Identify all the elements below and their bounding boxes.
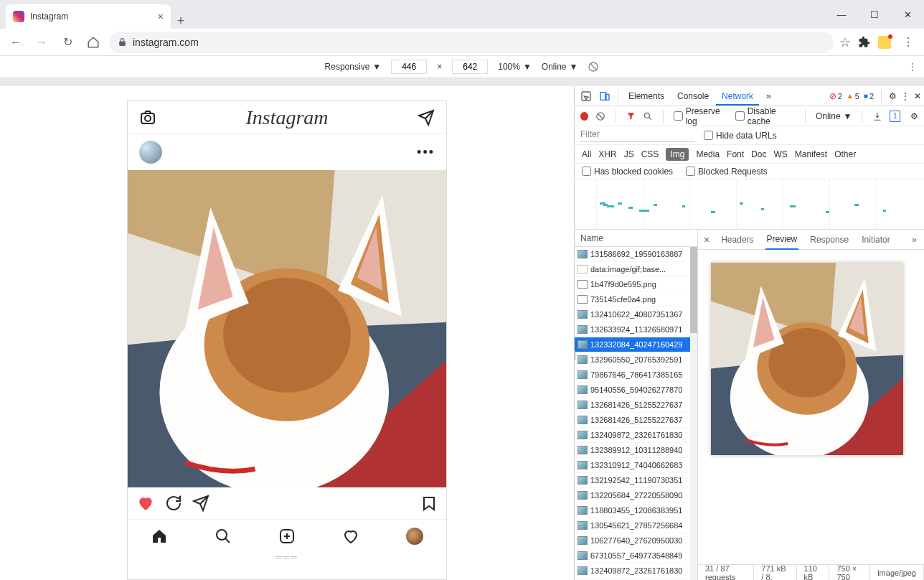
preserve-log-checkbox[interactable]: Preserve log [674, 106, 728, 126]
request-row[interactable]: 132409872_23261761830 [575, 563, 690, 579]
request-row[interactable]: 132192542_11190730351 [575, 473, 690, 488]
window-close-button[interactable]: ✕ [891, 0, 924, 29]
type-xhr[interactable]: XHR [598, 149, 616, 159]
throttle-select[interactable]: Online ▼ [542, 62, 578, 72]
nav-profile-avatar[interactable] [406, 528, 423, 545]
record-button[interactable] [580, 112, 588, 121]
nav-home-icon[interactable] [151, 528, 168, 545]
like-button[interactable] [136, 494, 155, 513]
devtools-close-icon[interactable]: ✕ [914, 91, 921, 101]
tab-console[interactable]: Console [671, 87, 715, 106]
rotate-icon[interactable] [588, 61, 599, 72]
type-manifest[interactable]: Manifest [795, 149, 827, 159]
throttling-select[interactable]: Online▼ [816, 111, 852, 121]
device-height-input[interactable] [452, 60, 488, 74]
request-row[interactable]: 79867646_786417385165 [575, 368, 690, 383]
post-menu-button[interactable]: ••• [417, 145, 435, 160]
name-column-header[interactable]: Name [575, 230, 697, 247]
omnibox[interactable]: instagram.com [109, 32, 834, 53]
request-row[interactable]: 132310912_74040662683 [575, 458, 690, 473]
tab-detail-more[interactable]: » [910, 230, 918, 249]
zoom-select[interactable]: 100% ▼ [498, 62, 532, 72]
nav-activity-icon[interactable] [342, 528, 359, 545]
device-toggle-icon[interactable] [596, 90, 613, 102]
user-avatar[interactable] [139, 141, 162, 164]
type-js[interactable]: JS [624, 149, 634, 159]
blocked-requests-checkbox[interactable]: Blocked Requests [686, 167, 768, 177]
export-har-icon[interactable]: 1 [890, 111, 900, 122]
tab-close-icon[interactable]: × [158, 11, 164, 22]
instagram-logo[interactable]: Instagram [245, 106, 328, 129]
clear-button[interactable] [595, 111, 605, 121]
nav-reload-button[interactable]: ↻ [57, 32, 77, 52]
browser-tab[interactable]: Instagram × [6, 4, 171, 29]
request-row[interactable]: 132410622_40807351367 [575, 307, 690, 322]
type-media[interactable]: Media [696, 149, 720, 159]
request-row[interactable]: 130545621_27857256684 [575, 518, 690, 533]
request-row[interactable]: 106277640_27620950030 [575, 533, 690, 548]
devtools-more-icon[interactable]: ⋮ [901, 91, 910, 101]
error-count[interactable]: 2 [829, 91, 842, 101]
nav-create-icon[interactable] [278, 528, 296, 545]
type-img[interactable]: Img [666, 148, 689, 161]
request-row[interactable]: 67310557_649773548849 [575, 548, 690, 563]
type-font[interactable]: Font [727, 149, 744, 159]
search-icon[interactable] [643, 111, 653, 121]
camera-icon[interactable] [139, 109, 156, 126]
network-settings-icon[interactable]: ⚙ [910, 111, 918, 121]
request-row[interactable]: 132633924_11326580971 [575, 322, 690, 337]
info-count[interactable]: 2 [864, 92, 874, 100]
post-image[interactable] [128, 170, 446, 487]
nav-search-icon[interactable] [214, 528, 232, 545]
request-row[interactable]: 132389912_10311288940 [575, 443, 690, 458]
tab-headers[interactable]: Headers [720, 230, 755, 249]
timeline-overview[interactable]: 20000 ms40000 ms60000 ms80000 ms100000 m… [575, 179, 924, 230]
resize-handle[interactable]: || [572, 333, 576, 376]
request-row[interactable]: 131586692_19590163887 [575, 247, 690, 262]
type-other[interactable]: Other [834, 149, 856, 159]
nav-home-button[interactable] [83, 32, 103, 52]
close-detail-button[interactable]: × [704, 234, 710, 245]
disable-cache-checkbox[interactable]: Disable cache [735, 106, 795, 126]
scrollbar[interactable] [690, 247, 697, 580]
window-minimize-button[interactable]: — [825, 0, 858, 29]
chrome-menu-button[interactable]: ⋮ [898, 32, 918, 52]
share-button[interactable] [192, 495, 209, 512]
type-css[interactable]: CSS [641, 149, 659, 159]
request-row[interactable]: 118803455_12086383951 [575, 503, 690, 518]
drag-handle-icon[interactable]: ═══ [128, 552, 446, 562]
request-row[interactable]: 95140556_594026277870 [575, 383, 690, 398]
device-width-input[interactable] [391, 60, 427, 74]
type-all[interactable]: All [582, 149, 591, 159]
tab-elements[interactable]: Elements [623, 87, 670, 106]
send-icon[interactable] [418, 109, 435, 126]
request-row[interactable]: 132960550_20765392591 [575, 352, 690, 368]
import-har-icon[interactable] [872, 111, 882, 121]
comment-button[interactable] [165, 495, 182, 512]
tab-more[interactable]: » [760, 87, 777, 106]
inspect-icon[interactable] [578, 90, 595, 102]
request-row[interactable]: 1b47f9d0e595.png [575, 277, 690, 292]
extensions-icon[interactable] [858, 36, 871, 49]
request-row[interactable]: data:image/gif;base... [575, 262, 690, 277]
tab-preview[interactable]: Preview [765, 230, 799, 250]
request-row[interactable]: 132681426_51255227637 [575, 398, 690, 413]
request-row[interactable]: 132332084_40247160429 [575, 337, 690, 352]
request-row[interactable]: 132409872_23261761830 [575, 428, 690, 443]
hide-data-urls-checkbox[interactable]: Hide data URLs [704, 131, 777, 141]
tab-initiator[interactable]: Initiator [860, 230, 891, 249]
device-select[interactable]: Responsive ▼ [325, 62, 382, 72]
devtools-settings-icon[interactable]: ⚙ [889, 91, 897, 101]
device-more-button[interactable]: ⋮ [908, 62, 917, 72]
warning-count[interactable]: 5 [847, 92, 859, 100]
request-row[interactable]: 132681426_51255227637 [575, 413, 690, 428]
request-row[interactable]: 132205684_27220558090 [575, 488, 690, 503]
tab-network[interactable]: Network [716, 87, 759, 106]
bookmark-star-icon[interactable]: ☆ [839, 34, 851, 50]
type-ws[interactable]: WS [773, 149, 787, 159]
nav-back-button[interactable]: ← [6, 32, 26, 52]
window-maximize-button[interactable]: ☐ [858, 0, 891, 29]
nav-forward-button[interactable]: → [32, 32, 52, 52]
save-button[interactable] [420, 495, 438, 512]
filter-input[interactable]: Filter [580, 129, 695, 142]
